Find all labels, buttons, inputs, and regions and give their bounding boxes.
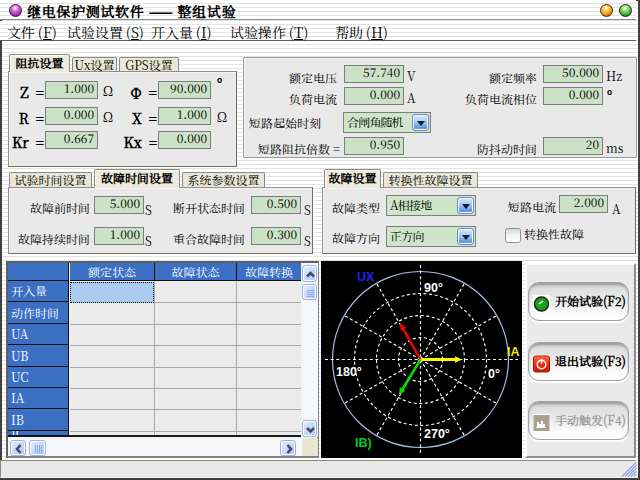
- svg-text:0°: 0°: [488, 367, 500, 381]
- svg-text:IA: IA: [507, 345, 520, 359]
- svg-text:90°: 90°: [424, 281, 443, 295]
- svg-text:180°: 180°: [336, 365, 362, 379]
- svg-text:IB): IB): [355, 436, 372, 450]
- svg-text:UX: UX: [357, 270, 375, 284]
- svg-text:270°: 270°: [424, 427, 450, 441]
